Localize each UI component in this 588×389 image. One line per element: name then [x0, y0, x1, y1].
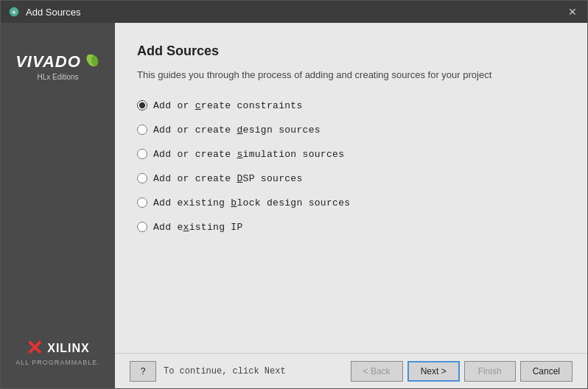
radio-dsp[interactable] — [137, 173, 147, 183]
back-button[interactable]: < Back — [351, 361, 403, 382]
content-area: VIVADO HLx Editions ✕ XILINX ALL PROGRAM… — [1, 23, 587, 388]
button-group: < Back Next > Finish Cancel — [351, 361, 573, 382]
sidebar: VIVADO HLx Editions ✕ XILINX ALL PROGRAM… — [1, 23, 115, 388]
radio-item-dsp[interactable]: Add or create DSP sources — [137, 173, 565, 184]
help-area: ? — [130, 361, 156, 382]
panel-description: This guides you through the process of a… — [137, 68, 565, 83]
radio-item-constraints[interactable]: Add or create constraints — [137, 100, 565, 111]
cancel-button[interactable]: Cancel — [520, 361, 573, 382]
radio-simulation[interactable] — [137, 149, 147, 159]
radio-item-ip[interactable]: Add existing IP — [137, 222, 565, 233]
radio-item-design[interactable]: Add or create design sources — [137, 125, 565, 136]
vivado-leaf-icon — [85, 55, 100, 69]
radio-item-simulation[interactable]: Add or create simulation sources — [137, 149, 565, 160]
dialog-icon: + — [8, 6, 20, 18]
radio-ip[interactable] — [137, 222, 147, 232]
radio-label-dsp: Add or create DSP sources — [153, 173, 303, 184]
xilinx-mark-icon: ✕ — [26, 338, 43, 359]
xilinx-sub: ALL PROGRAMMABLE. — [15, 359, 100, 366]
vivado-text: VIVADO — [15, 52, 81, 71]
main-content: Add Sources This guides you through the … — [115, 23, 587, 353]
vivado-sub: HLx Editions — [37, 73, 78, 81]
radio-label-design: Add or create design sources — [153, 125, 321, 136]
source-type-radio-group: Add or create constraints Add or create … — [137, 100, 565, 233]
dialog: + Add Sources ✕ VIVADO HLx Editions ✕ — [0, 0, 588, 389]
radio-label-block-design: Add existing block design sources — [153, 197, 350, 208]
radio-label-simulation: Add or create simulation sources — [153, 149, 344, 160]
title-bar: + Add Sources ✕ — [1, 1, 587, 23]
xilinx-logo: ✕ XILINX ALL PROGRAMMABLE. — [15, 338, 100, 366]
help-button[interactable]: ? — [130, 361, 156, 382]
panel-title: Add Sources — [137, 43, 565, 59]
xilinx-text: XILINX — [47, 342, 90, 355]
radio-block-design[interactable] — [137, 197, 147, 208]
radio-label-constraints: Add or create constraints — [153, 100, 303, 111]
vivado-logo: VIVADO HLx Editions — [15, 52, 100, 81]
radio-design[interactable] — [137, 125, 147, 135]
dialog-title: Add Sources — [26, 7, 565, 18]
finish-button[interactable]: Finish — [464, 361, 516, 382]
main-panel: Add Sources This guides you through the … — [115, 23, 587, 388]
radio-item-block-design[interactable]: Add existing block design sources — [137, 197, 565, 208]
bottom-hint: To continue, click Next — [156, 366, 351, 376]
radio-constraints[interactable] — [137, 100, 147, 111]
next-button[interactable]: Next > — [407, 361, 460, 382]
svg-text:+: + — [12, 9, 15, 16]
bottom-bar: ? To continue, click Next < Back Next > … — [115, 353, 587, 388]
close-button[interactable]: ✕ — [565, 4, 580, 19]
radio-label-ip: Add existing IP — [153, 222, 243, 233]
